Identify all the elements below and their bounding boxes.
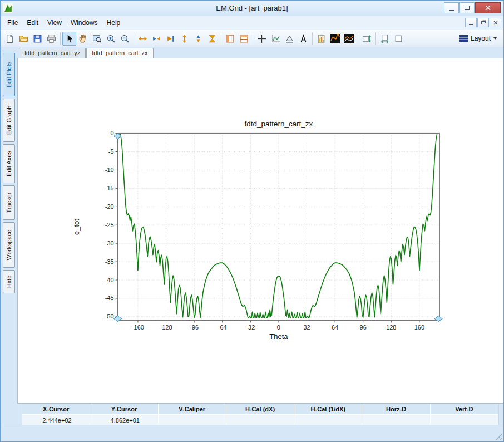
toolbar-separator	[312, 32, 313, 45]
axes-button[interactable]	[269, 32, 283, 46]
menu-view[interactable]: View	[43, 17, 66, 28]
new-document-icon	[5, 34, 14, 43]
h-pan-arrows-button[interactable]	[150, 32, 164, 46]
v-pan-arrows-button[interactable]	[191, 32, 205, 46]
maximize-icon	[465, 6, 470, 10]
zoom-in-button[interactable]	[104, 32, 118, 46]
checkbox-icon	[394, 34, 403, 43]
h-cal-1dx-value	[294, 415, 362, 425]
table-header: X-Cursor	[22, 404, 90, 415]
layout-label: Layout	[471, 35, 491, 42]
sidebar-item-tracker[interactable]: Tracker	[3, 185, 15, 220]
select-button[interactable]	[62, 32, 76, 46]
cursor-arrow-icon	[65, 34, 74, 43]
menu-windows[interactable]: Windows	[66, 17, 102, 28]
crosshair-icon	[257, 34, 266, 43]
menu-help[interactable]: Help	[102, 17, 125, 28]
toolbar-separator	[60, 32, 61, 45]
toolbar-separator	[221, 32, 221, 45]
svg-text:-5: -5	[108, 148, 114, 155]
sidebar-item-edit-graph[interactable]: Edit Graph	[3, 99, 15, 142]
v-arrows-icon	[194, 34, 203, 43]
sidebar-item-edit-plots[interactable]: Edit Plots	[3, 53, 15, 96]
sidebar-item-workspace[interactable]: Workspace	[3, 222, 15, 268]
h-fit-checkbox-button[interactable]	[378, 32, 392, 46]
v-autoscale-button[interactable]	[177, 32, 191, 46]
maximize-button[interactable]	[459, 2, 475, 13]
x-cursor-value: -2.444e+02	[22, 415, 90, 425]
cursor-readout-table: X-Cursor Y-Cursor V-Caliper H-Cal (dX) H…	[22, 404, 499, 425]
tab-fdtd-pattern-cart-zx[interactable]: fdtd_pattern_cart_zx	[86, 48, 153, 58]
chevron-down-icon	[493, 37, 497, 40]
svg-text:-15: -15	[105, 185, 114, 191]
plot-canvas[interactable]: -160-128-96-64-3203264961281600-5-10-15-…	[17, 58, 503, 404]
sidebar-item-edit-axes[interactable]: Edit Axes	[3, 144, 15, 183]
hourglass-scale-icon	[207, 34, 217, 43]
sidebar-item-label: Hide	[6, 276, 12, 288]
mdi-minimize-button[interactable]	[465, 18, 477, 27]
svg-text:-50: -50	[105, 313, 114, 320]
save-button[interactable]	[31, 32, 45, 46]
minimize-icon	[449, 10, 454, 11]
svg-text:-25: -25	[105, 222, 114, 228]
mdi-restore-button[interactable]	[477, 18, 489, 27]
sidebar-item-hide[interactable]: Hide	[3, 270, 15, 293]
svg-text:160: 160	[414, 324, 424, 331]
text-button[interactable]	[297, 32, 310, 46]
minimize-button[interactable]	[444, 2, 459, 13]
crosshair-button[interactable]	[255, 32, 269, 46]
svg-text:e_tot: e_tot	[72, 219, 81, 235]
mdi-close-button[interactable]	[490, 18, 501, 27]
svg-text:-10: -10	[105, 166, 114, 173]
rows-icon	[239, 34, 249, 43]
window-title: EM.Grid - [art_parab1]	[1, 4, 503, 12]
print-button[interactable]	[45, 32, 58, 46]
menu-edit[interactable]: Edit	[22, 17, 43, 28]
tab-fdtd-pattern-cart-yz[interactable]: fdtd_pattern_cart_yz	[19, 48, 86, 58]
insert-columns-button[interactable]	[223, 32, 237, 46]
table-header: H-Cal (1/dX)	[294, 404, 362, 415]
svg-text:-32: -32	[246, 324, 255, 331]
restore-icon	[481, 21, 485, 24]
svg-text:-40: -40	[105, 277, 114, 283]
toolbar-separator	[134, 32, 134, 45]
checkbox-v-arrows-icon	[362, 34, 372, 43]
toolbar-separator	[253, 32, 253, 45]
zoom-window-button[interactable]	[90, 32, 104, 46]
h-arrows-icon	[152, 34, 161, 43]
svg-text:-64: -64	[218, 324, 227, 331]
caliper-triangle-button[interactable]	[283, 32, 297, 46]
print-icon	[47, 34, 56, 43]
sidebar: Edit Plots Edit Graph Edit Axes Tracker …	[1, 47, 17, 425]
dark-wave-icon	[330, 34, 340, 43]
pan-button[interactable]	[76, 32, 90, 46]
insert-rows-button[interactable]	[237, 32, 251, 46]
layout-menu-button[interactable]: Layout	[455, 32, 501, 45]
overlay-plots-button[interactable]	[342, 32, 356, 46]
v-fit-checkbox-button[interactable]	[360, 32, 374, 46]
svg-text:-96: -96	[190, 324, 199, 331]
h-step-button[interactable]	[164, 32, 177, 46]
h-autoscale-button[interactable]	[136, 32, 150, 46]
close-button[interactable]	[475, 2, 501, 13]
autoscale-all-button[interactable]	[205, 32, 219, 46]
svg-text:fdtd_pattern_cart_zx: fdtd_pattern_cart_zx	[245, 120, 313, 128]
svg-text:-128: -128	[160, 324, 172, 331]
zoom-out-icon	[120, 34, 130, 43]
arrow-to-bar-icon	[166, 34, 175, 43]
invert-plot-button[interactable]	[328, 32, 342, 46]
table-header: Vert-D	[431, 404, 498, 415]
copy-plot-button[interactable]	[314, 32, 328, 46]
status-bar	[1, 425, 503, 441]
open-button[interactable]	[17, 32, 31, 46]
h-cal-dx-value	[226, 415, 294, 425]
new-button[interactable]	[3, 32, 17, 46]
zoom-out-button[interactable]	[118, 32, 132, 46]
menu-file[interactable]: File	[3, 17, 22, 28]
svg-text:96: 96	[360, 324, 367, 331]
horz-d-value	[362, 415, 430, 425]
table-header: Horz-D	[362, 404, 430, 415]
chart-svg[interactable]: -160-128-96-64-3203264961281600-5-10-15-…	[18, 58, 503, 403]
resize-grip[interactable]	[495, 433, 502, 440]
fit-checkbox-button[interactable]	[392, 32, 406, 46]
